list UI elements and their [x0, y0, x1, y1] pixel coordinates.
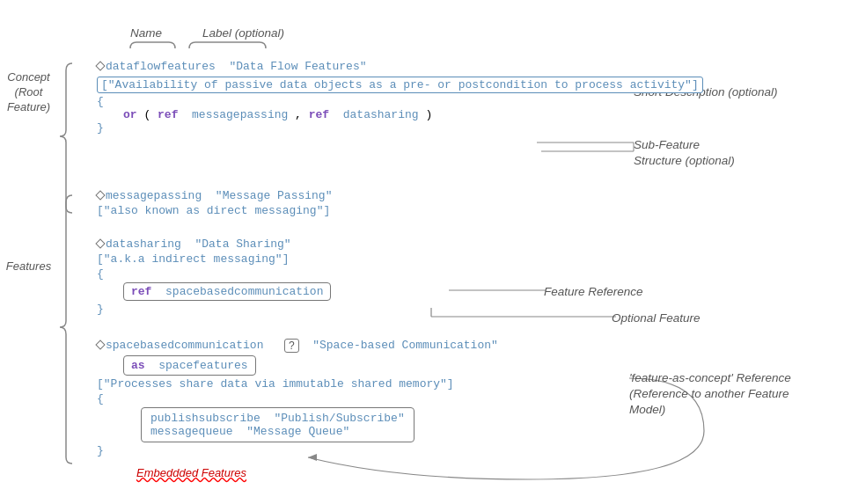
sbc-block: spacebasedcommunication ? "Space-based C…	[97, 339, 498, 457]
label-brace-label: Label (optional)	[202, 25, 284, 40]
embed-line2: messagequeue "Message Queue"	[150, 425, 405, 438]
ds-ref-line: ref spacebasedcommunication	[97, 282, 331, 301]
ds-open: {	[97, 267, 331, 281]
sbc-desc: ["Processes share data via immutable sha…	[97, 377, 498, 391]
feature-reference-label: Feature Reference	[544, 283, 643, 299]
mp-desc: ["also known as direct messaging"]	[97, 204, 332, 217]
sbc-embedded: publishsubscribe "Publish/Subscribe" mes…	[97, 407, 498, 442]
sbc-as-box: as spacefeatures	[123, 355, 256, 376]
root-diamond	[95, 61, 105, 70]
root-body-close: }	[97, 121, 703, 135]
sbc-as-line: as spacefeatures	[97, 355, 498, 376]
root-desc-box: ["Availability of passive data objects a…	[97, 77, 703, 93]
ds-diamond	[95, 238, 105, 248]
sub-feature-label: Sub-FeatureStructure (optional)	[634, 136, 735, 168]
ds-desc: ["a.k.a indirect messaging"]	[97, 252, 331, 266]
embed-box: publishsubscribe "Publish/Subscribe" mes…	[141, 407, 414, 442]
features-label: Features	[4, 259, 53, 274]
ds-line1: datasharing "Data Sharing"	[97, 237, 331, 251]
ds-close: }	[97, 303, 331, 316]
embedded-features-label: Embeddded Features	[136, 464, 246, 480]
sbc-line1: spacebasedcommunication ? "Space-based C…	[97, 339, 498, 353]
root-body-or-line: or ( ref messagepassing , ref datasharin…	[123, 108, 703, 121]
mp-line1: messagepassing "Message Passing"	[97, 189, 332, 202]
optional-feature-label: Optional Feature	[612, 310, 701, 325]
root-feature-block: dataflowfeatures "Data Flow Features" ["…	[97, 60, 703, 135]
name-brace-label: Name	[130, 25, 162, 40]
sbc-open: {	[97, 392, 498, 405]
ds-ref-box: ref spacebasedcommunication	[123, 282, 331, 301]
concept-label: Concept(Root Feature)	[4, 70, 53, 115]
feature-as-concept-label: 'feature-as-concept' Reference(Reference…	[629, 369, 791, 417]
main-container: Name Label (optional) Short Description …	[0, 0, 851, 504]
root-feature-line1: dataflowfeatures "Data Flow Features"	[97, 60, 703, 73]
root-desc-line: ["Availability of passive data objects a…	[97, 76, 703, 93]
embed-line1: publishsubscribe "Publish/Subscribe"	[150, 412, 405, 425]
messagepassing-block: messagepassing "Message Passing" ["also …	[97, 189, 332, 217]
mp-diamond	[95, 190, 105, 200]
sbc-diamond	[95, 340, 105, 349]
sbc-question-box: ?	[284, 339, 299, 353]
sbc-close: }	[97, 444, 498, 457]
datasharing-block: datasharing "Data Sharing" ["a.k.a indir…	[97, 237, 331, 316]
root-body-open: {	[97, 95, 703, 108]
